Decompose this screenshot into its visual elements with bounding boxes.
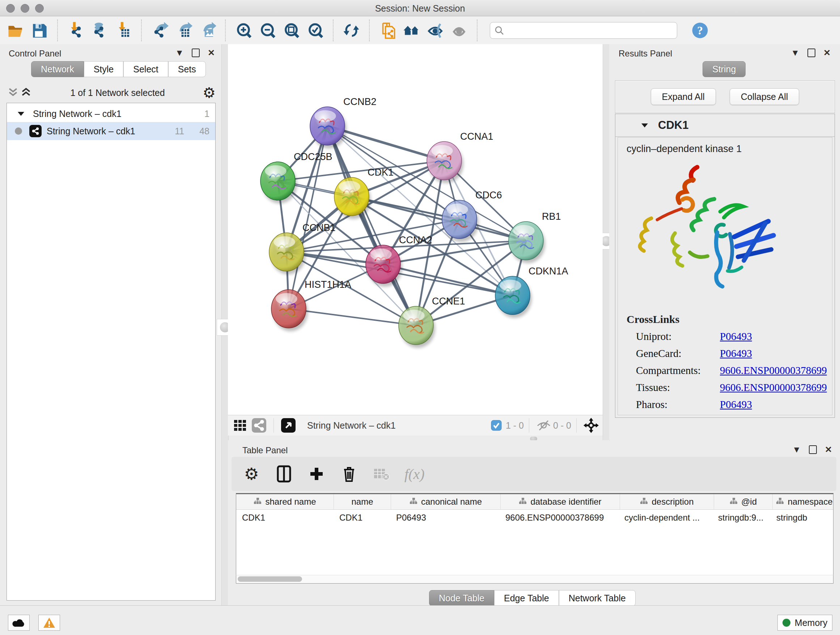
control-panel-close-icon[interactable]: ✕ [208,48,215,58]
scrollbar-thumb[interactable] [238,576,302,582]
svg-text:CDK1: CDK1 [368,167,393,178]
tab-sets[interactable]: Sets [168,61,206,77]
open-file-icon[interactable] [4,19,27,41]
zoom-in-icon[interactable] [232,19,256,41]
collapse-all-button[interactable]: Collapse All [729,88,799,105]
grid-view-icon[interactable] [231,417,249,433]
column-header-shared-name[interactable]: shared name [236,494,334,509]
export-network-icon[interactable] [148,19,172,41]
edge-CCNA2-CDKN1A[interactable] [383,264,513,295]
network-node-count: 11 [175,126,184,136]
string-view-icon[interactable] [249,417,268,433]
expand-all-button[interactable]: Expand All [651,88,716,105]
warnings-button[interactable] [38,615,60,631]
table-panel: Table Panel ▼ ✕ ⚙ f(x) shared namenameca… [228,440,840,605]
table-panel-float-icon[interactable] [809,445,817,454]
crosslink-link[interactable]: 9606.ENSP00000378699 [720,382,827,394]
network-edge-count: 48 [199,126,210,136]
column-header-name[interactable]: name [334,494,391,509]
string-network-icon [29,125,42,137]
tab-node-table[interactable]: Node Table [429,590,494,606]
node-CCNE1[interactable]: CCNE1 [399,296,465,348]
refresh-icon[interactable] [339,19,363,41]
cloud-button[interactable] [8,615,30,631]
add-column-icon[interactable] [307,464,326,484]
eye-slash-icon[interactable] [423,19,447,41]
search-box[interactable] [490,22,677,39]
results-panel-float-icon[interactable] [807,49,815,57]
control-panel-menu-icon[interactable]: ▼ [175,48,184,58]
import-network-icon[interactable] [64,19,88,41]
show-columns-icon[interactable] [274,464,294,484]
column-header-id[interactable]: @id [714,494,773,509]
control-panel-float-icon[interactable] [192,49,200,57]
control-panel-title: Control Panel [9,49,61,59]
crosslink-link[interactable]: 9606.ENSP00000378699 [720,364,827,377]
search-input[interactable] [504,25,673,36]
function-builder-icon[interactable]: f(x) [404,466,425,483]
table-cell: 9606.ENSP00000378699 [500,510,619,526]
tab-string[interactable]: String [703,61,745,77]
tab-select[interactable]: Select [123,61,168,77]
results-panel-menu-icon[interactable]: ▼ [791,48,799,58]
network-canvas[interactable]: CCNB2 CCNA1 CDC25B CDK1 CDC6 RB1 [228,44,603,415]
column-header-database-identifier[interactable]: database identifier [501,494,620,509]
table-panel-close-icon[interactable]: ✕ [825,445,832,455]
delete-table-icon[interactable] [372,464,392,484]
window-title: Session: New Session [0,3,840,14]
eye-icon[interactable] [447,19,471,41]
table-panel-title: Table Panel [242,445,287,455]
fit-content-crosshair-icon[interactable] [582,417,600,433]
network-options-gear-icon[interactable]: ⚙ [202,84,216,101]
tab-edge-table[interactable]: Edge Table [494,590,559,606]
tab-style[interactable]: Style [84,61,124,77]
zoom-out-icon[interactable] [256,19,279,41]
delete-column-icon[interactable] [339,464,359,484]
import-table-icon[interactable] [111,19,135,41]
tab-network[interactable]: Network [31,61,84,77]
results-panel-close-icon[interactable]: ✕ [823,48,831,58]
crosslink-link[interactable]: P06493 [720,331,752,342]
network-collection-row[interactable]: String Network – cdk1 1 [7,103,215,122]
expand-all-networks-icon[interactable] [19,83,33,103]
table-options-gear-icon[interactable]: ⚙ [242,464,261,484]
network-list-header: 1 of 1 Network selected ⚙ [6,82,216,103]
svg-text:CCNA2: CCNA2 [399,234,432,245]
app-window: Session: New Session ? Control Panel ▼ ✕… [0,0,840,635]
column-header-description[interactable]: description [620,494,714,509]
table-row[interactable]: CDK1CDK1P064939606.ENSP00000378699cyclin… [236,510,833,526]
node-RB1[interactable]: RB1 [508,211,561,263]
duplicate-network-icon[interactable] [376,19,399,41]
zoom-fit-icon[interactable] [279,19,303,41]
crosslink-link[interactable]: P06493 [720,399,752,410]
memory-button[interactable]: Memory [777,615,832,631]
collapse-all-networks-icon[interactable] [6,83,19,103]
tab-network-table[interactable]: Network Table [559,590,636,606]
protein-collapse-arrow-icon[interactable] [641,122,649,128]
export-table-icon[interactable] [172,19,195,41]
column-header-canonical-name[interactable]: canonical name [391,494,501,509]
hidden-eye-icon[interactable] [534,417,553,433]
table-toolbar: ⚙ f(x) [232,457,836,491]
save-session-icon[interactable] [27,19,51,41]
edge-CCNB2-CCNE1[interactable] [327,126,416,325]
table-horizontal-scrollbar[interactable] [236,575,834,584]
table-panel-menu-icon[interactable]: ▼ [792,445,801,455]
selected-checkbox-icon[interactable] [487,417,506,433]
selected-counts: 1 - 0 [506,420,524,431]
protein-header[interactable]: CDK1 [615,114,835,137]
houses-icon[interactable] [399,19,423,41]
network-row-selected[interactable]: String Network – cdk1 11 48 [7,122,215,140]
node-CDKN1A[interactable]: CDKN1A [495,266,568,318]
node-HIST1H1A[interactable]: HIST1H1A [271,279,351,331]
birdseye-view-icon[interactable] [279,417,298,433]
crosslink-row: Tissues: 9606.ENSP00000378699 [636,382,832,394]
zoom-selected-icon[interactable] [303,19,327,41]
node-CCNB1[interactable]: CCNB1 [269,222,336,274]
crosslink-link[interactable]: P06493 [720,348,752,359]
collection-expand-arrow-icon[interactable] [17,111,25,117]
export-image-icon[interactable] [195,19,219,41]
help-icon[interactable]: ? [688,19,712,41]
column-header-namespace[interactable]: namespace [773,494,834,509]
import-database-icon[interactable] [88,19,111,41]
